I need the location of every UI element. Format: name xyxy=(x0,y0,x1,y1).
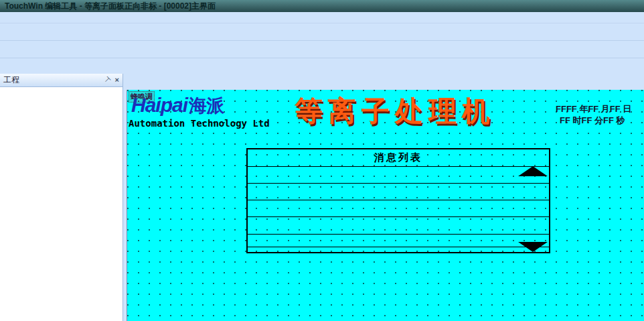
pin-icon[interactable]: ⊤ xyxy=(102,75,112,86)
screen-title[interactable]: 等离子处理机 xyxy=(295,92,495,130)
toolbar-standard xyxy=(0,23,644,41)
message-row-divider xyxy=(248,216,549,217)
message-row-divider xyxy=(248,234,549,235)
logo-en: Haipai xyxy=(131,94,187,116)
datetime-display[interactable]: FFFF 年FF 月FF 日 FF 时FF 分FF 秒 xyxy=(556,103,631,126)
panel-header-buttons: ⊤ × xyxy=(104,76,119,84)
window-title: TouchWin 编辑工具 - 等离子面板正向非标 - [00002]主界面 xyxy=(5,1,216,12)
message-list-title: 消息列表 xyxy=(248,151,549,164)
message-row-divider xyxy=(248,200,549,200)
main-area: 工程 ⊤ × 蜂鸣调 Haipai海派 Automation Technolog… xyxy=(0,74,644,321)
message-row-divider xyxy=(248,247,549,247)
message-list[interactable]: 消息列表 xyxy=(246,148,550,253)
message-row-divider xyxy=(248,166,549,167)
project-panel-header: 工程 ⊤ × xyxy=(0,74,123,87)
scroll-down-arrow[interactable] xyxy=(518,242,548,252)
time-line: FF 时FF 分FF 秒 xyxy=(556,115,631,126)
message-row-divider xyxy=(248,183,549,184)
scroll-up-arrow[interactable] xyxy=(518,166,548,176)
date-line: FFFF 年FF 月FF 日 xyxy=(556,103,631,115)
menu-bar xyxy=(0,12,644,23)
screen-canvas[interactable]: 蜂鸣调 Haipai海派 Automation Technology Ltd 等… xyxy=(127,90,644,321)
app-window: TouchWin 编辑工具 - 等离子面板正向非标 - [00002]主界面 工… xyxy=(0,0,644,321)
toolbar-draw xyxy=(0,41,644,58)
project-panel-title: 工程 xyxy=(3,74,19,86)
title-bar: TouchWin 编辑工具 - 等离子面板正向非标 - [00002]主界面 xyxy=(0,0,644,12)
project-panel: 工程 ⊤ × xyxy=(0,74,123,321)
close-panel-icon[interactable]: × xyxy=(115,76,119,84)
logo-subtitle: Automation Technology Ltd xyxy=(129,118,270,129)
company-logo[interactable]: Haipai海派 xyxy=(131,95,224,116)
workspace: 蜂鸣调 Haipai海派 Automation Technology Ltd 等… xyxy=(127,74,644,321)
logo-cn: 海派 xyxy=(189,96,224,116)
tab-bar xyxy=(127,74,644,90)
